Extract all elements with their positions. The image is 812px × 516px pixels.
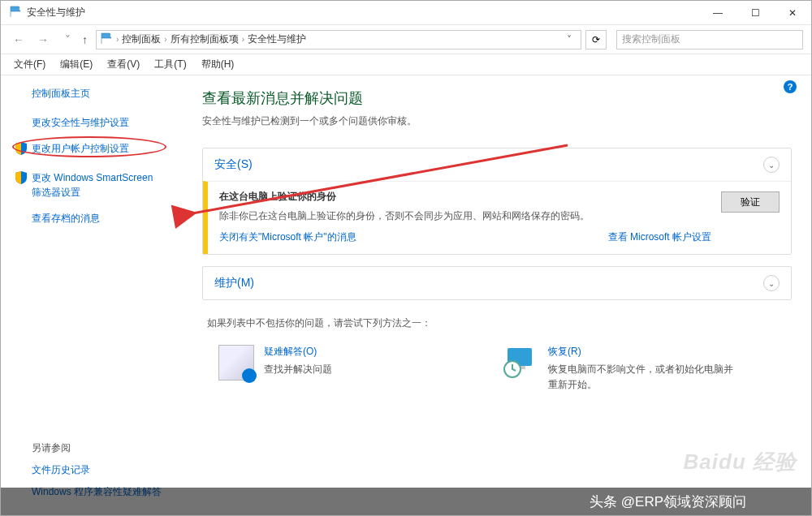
menu-help[interactable]: 帮助(H) [195,55,241,74]
chevron-right-icon: › [164,35,166,44]
sidebar-link-label: 更改用户帐户控制设置 [32,141,129,156]
dismiss-ms-account-link[interactable]: 关闭有关"Microsoft 帐户"的消息 [219,230,356,244]
sidebar: 控制面板主页 更改安全性与维护设置 更改用户帐户控制设置 更改 Windows … [1,75,188,515]
option-troubleshoot[interactable]: 疑难解答(O) 查找并解决问题 [218,345,454,393]
chevron-down-icon: ⌄ [763,157,780,173]
menu-tools[interactable]: 工具(T) [148,55,192,74]
chevron-right-icon: › [116,35,119,44]
view-ms-account-link[interactable]: 查看 Microsoft 帐户设置 [608,230,711,244]
close-button[interactable]: ✕ [774,1,811,24]
up-button[interactable]: ↑ [82,33,88,46]
flag-icon [9,5,22,20]
address-dropdown[interactable]: ˅ [561,34,577,45]
fallback-text: 如果列表中不包括你的问题，请尝试下列方法之一： [207,316,792,330]
flag-icon [100,32,113,47]
options-row: 疑难解答(O) 查找并解决问题 恢复(R) 恢复电脑而不影响文件，或者初始化电脑… [202,345,792,393]
security-header[interactable]: 安全(S) ⌄ [203,148,791,181]
breadcrumb-item[interactable]: 所有控制面板项 [171,32,239,46]
menu-edit[interactable]: 编辑(E) [54,55,99,74]
chevron-down-icon: ⌄ [763,275,780,291]
shield-icon [15,171,27,188]
page-title: 查看最新消息并解决问题 [202,88,792,108]
window-controls: — ☐ ✕ [699,1,811,24]
maintenance-header[interactable]: 维护(M) ⌄ [203,267,791,299]
sidebar-link-label: 查看存档的消息 [32,211,100,226]
recovery-icon [503,345,538,381]
back-button[interactable]: ← [9,30,28,49]
option-title: 恢复(R) [548,345,738,359]
history-dropdown[interactable]: ˅ [58,30,77,49]
sidebar-link-label: 更改 Windows SmartScreen 筛选器设置 [32,170,153,200]
sidebar-link-archived-messages[interactable]: 查看存档的消息 [15,211,179,226]
maintenance-title: 维护(M) [214,276,254,290]
seealso-file-history[interactable]: 文件历史记录 [32,463,179,477]
window-title: 安全性与维护 [27,6,699,19]
refresh-button[interactable]: ⟳ [585,30,607,49]
breadcrumb-item[interactable]: 控制面板 [122,32,161,46]
security-title: 安全(S) [214,157,253,172]
page-subtitle: 安全性与维护已检测到一个或多个问题供你审核。 [202,114,792,128]
sidebar-link-smartscreen-settings[interactable]: 更改 Windows SmartScreen 筛选器设置 [15,170,179,200]
caption-bar: 头条 @ERP领域资深顾问 [1,488,811,515]
menu-file[interactable]: 文件(F) [7,55,52,74]
option-desc: 恢复电脑而不影响文件，或者初始化电脑并重新开始。 [548,362,738,393]
option-recovery[interactable]: 恢复(R) 恢复电脑而不影响文件，或者初始化电脑并重新开始。 [503,345,738,393]
security-section: 安全(S) ⌄ 在这台电脑上验证你的身份 除非你已在这台电脑上验证你的身份，否则… [202,148,792,255]
warning-text: 除非你已在这台电脑上验证你的身份，否则不会同步为应用、网站和网络保存的密码。 [219,209,711,224]
sidebar-link-change-security-settings[interactable]: 更改安全性与维护设置 [15,115,179,130]
maximize-button[interactable]: ☐ [736,1,774,24]
troubleshoot-icon [218,345,254,381]
breadcrumb-item[interactable]: 安全性与维护 [248,32,306,46]
search-input[interactable]: 搜索控制面板 [616,30,803,49]
address-bar[interactable]: › 控制面板 › 所有控制面板项 › 安全性与维护 ˅ [96,30,581,49]
titlebar: 安全性与维护 — ☐ ✕ [1,1,811,25]
shield-icon [15,142,27,159]
option-desc: 查找并解决问题 [264,362,332,377]
option-title: 疑难解答(O) [264,345,332,359]
sidebar-link-change-uac-settings[interactable]: 更改用户帐户控制设置 [15,141,179,159]
watermark: Baidu 经验 [684,448,797,476]
chevron-right-icon: › [242,35,244,44]
verify-button[interactable]: 验证 [721,191,780,213]
sidebar-home-link[interactable]: 控制面板主页 [15,87,179,101]
help-icon[interactable]: ? [784,80,797,93]
menubar: 文件(F) 编辑(E) 查看(V) 工具(T) 帮助(H) [1,54,811,75]
seealso-heading: 另请参阅 [32,441,179,455]
sidebar-link-label: 更改安全性与维护设置 [32,115,129,130]
minimize-button[interactable]: — [699,1,736,24]
navbar: ← → ˅ ↑ › 控制面板 › 所有控制面板项 › 安全性与维护 ˅ ⟳ 搜索… [1,25,811,54]
security-warning: 在这台电脑上验证你的身份 除非你已在这台电脑上验证你的身份，否则不会同步为应用、… [203,181,791,254]
menu-view[interactable]: 查看(V) [101,55,146,74]
search-placeholder: 搜索控制面板 [622,32,680,46]
maintenance-section: 维护(M) ⌄ [202,266,792,300]
warning-title: 在这台电脑上验证你的身份 [219,190,711,204]
forward-button[interactable]: → [33,30,53,49]
